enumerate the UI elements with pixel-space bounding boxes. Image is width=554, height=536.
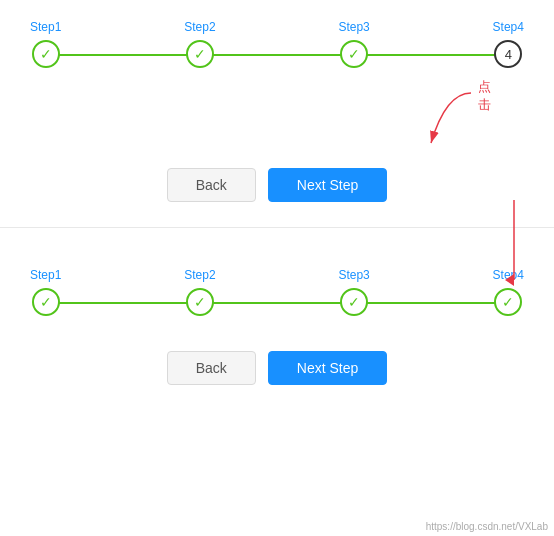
top-button-area: Back Next Step	[0, 168, 554, 227]
top-next-button[interactable]: Next Step	[268, 168, 387, 202]
step2-label: Step2	[184, 20, 215, 34]
bot-step1-item: Step1 ✓	[30, 268, 61, 316]
step4-circle: 4	[494, 40, 522, 68]
step4-number: 4	[505, 47, 512, 62]
bottom-stepper-section: Step1 ✓ Step2 ✓ Step3 ✓ Step4 ✓	[0, 248, 554, 316]
step3-circle: ✓	[340, 40, 368, 68]
bot-step2-label: Step2	[184, 268, 215, 282]
annotation-arrow	[416, 88, 476, 153]
bot-step1-check: ✓	[40, 294, 52, 310]
bot-step2-item: Step2 ✓	[184, 268, 215, 316]
step3-item: Step3 ✓	[338, 20, 369, 68]
top-back-button[interactable]: Back	[167, 168, 256, 202]
bottom-next-button[interactable]: Next Step	[268, 351, 387, 385]
bot-step2-circle: ✓	[186, 288, 214, 316]
annotation-text: 点击	[478, 78, 491, 114]
red-arrow-container	[504, 200, 524, 294]
section-divider	[0, 227, 554, 228]
step1-item: Step1 ✓	[30, 20, 61, 68]
annotation-area: 点击	[0, 68, 554, 168]
bottom-button-area: Back Next Step	[0, 316, 554, 405]
step2-item: Step2 ✓	[184, 20, 215, 68]
step1-label: Step1	[30, 20, 61, 34]
top-stepper-section: Step1 ✓ Step2 ✓ Step3 ✓ Step4 4	[0, 0, 554, 68]
red-vertical-arrow	[504, 200, 524, 290]
bottom-back-button[interactable]: Back	[167, 351, 256, 385]
step2-circle: ✓	[186, 40, 214, 68]
step3-label: Step3	[338, 20, 369, 34]
step4-item: Step4 4	[493, 20, 524, 68]
bot-step1-circle: ✓	[32, 288, 60, 316]
step1-check: ✓	[40, 46, 52, 62]
bot-step3-check: ✓	[348, 294, 360, 310]
top-stepper: Step1 ✓ Step2 ✓ Step3 ✓ Step4 4	[30, 20, 524, 68]
step2-check: ✓	[194, 46, 206, 62]
bot-step1-label: Step1	[30, 268, 61, 282]
step4-label: Step4	[493, 20, 524, 34]
bot-step3-circle: ✓	[340, 288, 368, 316]
watermark: https://blog.csdn.net/VXLab	[426, 521, 548, 532]
step1-circle: ✓	[32, 40, 60, 68]
bot-step4-check: ✓	[502, 294, 514, 310]
step3-check: ✓	[348, 46, 360, 62]
bot-step3-item: Step3 ✓	[338, 268, 369, 316]
bot-step3-label: Step3	[338, 268, 369, 282]
bot-step2-check: ✓	[194, 294, 206, 310]
bottom-stepper: Step1 ✓ Step2 ✓ Step3 ✓ Step4 ✓	[30, 268, 524, 316]
